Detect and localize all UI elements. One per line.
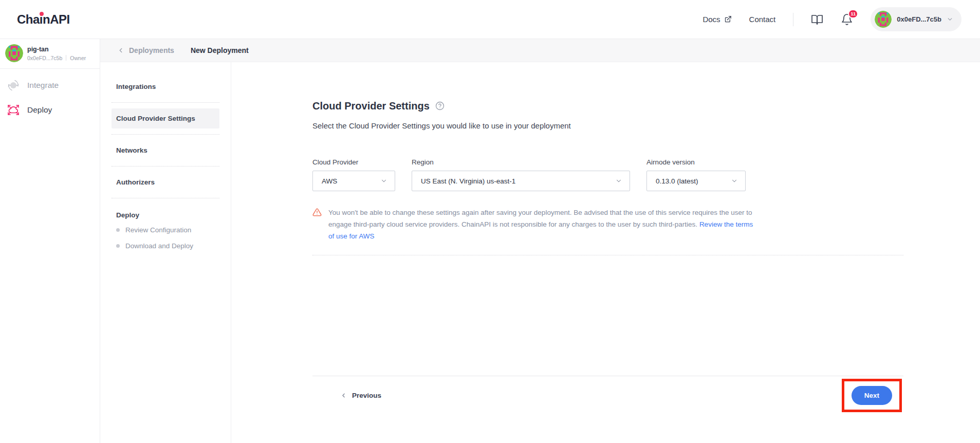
annotation-highlight-box: Next [842, 379, 902, 412]
deploy-cloud-icon [6, 103, 21, 117]
docs-link[interactable]: Docs [702, 15, 731, 24]
region-label: Region [412, 158, 630, 166]
workspace-wallet-address: 0x0eFD...7c5b [27, 55, 62, 61]
chevron-left-icon [340, 392, 347, 399]
region-select[interactable]: US East (N. Virginia) us-east-1 [412, 171, 630, 191]
airnode-version-label: Airnode version [646, 158, 746, 166]
cloud-provider-value: AWS [322, 177, 337, 185]
cloud-provider-field: Cloud Provider AWS [312, 158, 395, 191]
account-avatar [875, 11, 892, 28]
step-sub-label: Review Configuration [125, 226, 191, 234]
breadcrumb-back-label: Deployments [129, 46, 174, 54]
notifications-button[interactable]: 11 [841, 13, 853, 26]
step-cloud-provider-settings[interactable]: Cloud Provider Settings [112, 108, 219, 128]
step-separator [112, 102, 219, 103]
step-authorizers[interactable]: Authorizers [112, 172, 219, 192]
workspace-meta: pig-tan 0x0eFD...7c5b Owner [27, 44, 86, 62]
content-spacer [312, 255, 903, 376]
step-download-and-deploy[interactable]: Download and Deploy [112, 238, 219, 254]
cloud-settings-form: Cloud Provider AWS Region US E [312, 158, 903, 191]
sidebar-item-label: Integrate [27, 81, 59, 90]
contact-label: Contact [749, 15, 776, 24]
step-separator [112, 198, 219, 198]
breadcrumb: Deployments New Deployment [100, 39, 980, 62]
airnode-version-field: Airnode version 0.13.0 (latest) [646, 158, 746, 191]
step-separator [112, 134, 219, 135]
workspace-sidebar: pig-tan 0x0eFD...7c5b Owner [0, 39, 100, 443]
cloud-provider-select[interactable]: AWS [312, 171, 395, 191]
chainapi-logo[interactable]: ChainAPI [17, 12, 70, 27]
sidebar-item-integrate[interactable]: Integrate [0, 73, 100, 98]
step-networks[interactable]: Networks [112, 140, 219, 160]
alert-triangle-icon [312, 207, 322, 242]
integrate-sync-icon [6, 78, 21, 93]
cloud-settings-warning: You won't be able to change these settin… [312, 207, 903, 242]
help-circle-icon[interactable] [435, 101, 445, 110]
section-subtitle: Select the Cloud Provider Settings you w… [312, 121, 903, 133]
region-field: Region US East (N. Virginia) us-east-1 [412, 158, 630, 191]
docs-book-button[interactable] [811, 13, 823, 26]
section-title: Cloud Provider Settings [312, 100, 430, 112]
chevron-left-icon [117, 47, 124, 54]
step-sub-label: Download and Deploy [125, 242, 193, 250]
docs-label: Docs [702, 15, 720, 24]
step-section-deploy: Deploy [112, 204, 219, 222]
header-divider [793, 13, 793, 26]
notification-badge: 11 [848, 9, 858, 19]
region-value: US East (N. Virginia) us-east-1 [421, 177, 515, 185]
sidebar-item-label: Deploy [27, 105, 52, 115]
content-area: Integrations Cloud Provider Settings Net… [100, 62, 980, 443]
step-separator [112, 166, 219, 167]
workspace-role: Owner [70, 55, 86, 61]
right-column: Deployments New Deployment Integrations … [100, 39, 980, 443]
contact-link[interactable]: Contact [749, 15, 776, 24]
chevron-down-icon [380, 177, 387, 184]
account-menu[interactable]: 0x0eFD...7c5b [871, 7, 961, 31]
deployment-step-nav: Integrations Cloud Provider Settings Net… [100, 62, 231, 443]
chevron-down-icon [947, 16, 953, 23]
app-frame: pig-tan 0x0eFD...7c5b Owner [0, 39, 980, 443]
workspace-avatar [5, 44, 23, 62]
airnode-version-value: 0.13.0 (latest) [656, 177, 698, 185]
cloud-provider-label: Cloud Provider [312, 158, 395, 166]
bullet-icon [116, 244, 120, 248]
subline-divider [66, 55, 66, 61]
previous-button[interactable]: Previous [340, 392, 381, 399]
main-panel: Cloud Provider Settings Select the Cloud… [231, 62, 980, 443]
logo-dot [40, 12, 44, 16]
previous-label: Previous [352, 392, 381, 399]
airnode-version-select[interactable]: 0.13.0 (latest) [646, 171, 746, 191]
wallet-address: 0x0eFD...7c5b [897, 15, 941, 23]
workspace-subline: 0x0eFD...7c5b Owner [27, 55, 86, 61]
step-review-configuration[interactable]: Review Configuration [112, 222, 219, 238]
workspace-card[interactable]: pig-tan 0x0eFD...7c5b Owner [0, 39, 100, 69]
page-title: New Deployment [191, 46, 249, 54]
next-button[interactable]: Next [852, 386, 892, 405]
bullet-icon [116, 228, 120, 232]
breadcrumb-back-link[interactable]: Deployments [117, 46, 174, 54]
chevron-down-icon [731, 177, 738, 184]
step-integrations[interactable]: Integrations [112, 77, 219, 97]
chevron-down-icon [615, 177, 622, 184]
external-link-icon [724, 15, 732, 23]
top-header: ChainAPI Docs Contact [0, 0, 980, 39]
warning-text: You won't be able to change these settin… [328, 207, 755, 242]
wizard-footer: Previous Next [312, 376, 903, 412]
sidebar-item-deploy[interactable]: Deploy [0, 98, 100, 122]
header-nav: Docs Contact [702, 7, 961, 31]
workspace-name: pig-tan [27, 46, 86, 53]
book-icon [811, 13, 823, 26]
